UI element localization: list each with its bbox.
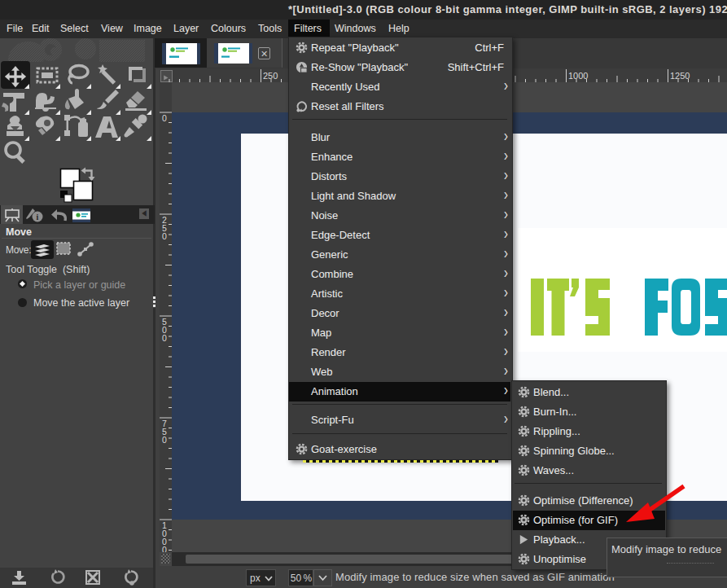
svg-text:1250: 1250	[670, 71, 690, 81]
svg-text:0: 0	[162, 333, 167, 343]
svg-text:0: 0	[162, 113, 167, 123]
svg-text:0: 0	[162, 435, 167, 445]
svg-text:250: 250	[263, 71, 278, 81]
svg-text:i: i	[36, 213, 38, 222]
svg-text:1000: 1000	[568, 71, 588, 81]
svg-text:0: 0	[162, 231, 167, 241]
svg-text:0: 0	[162, 545, 167, 552]
